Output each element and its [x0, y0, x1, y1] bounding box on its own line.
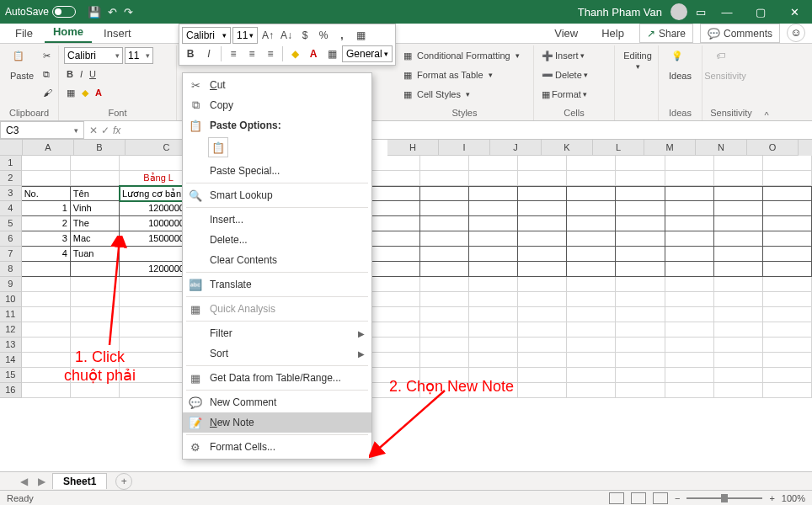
cell[interactable]: 4: [22, 247, 71, 262]
cell[interactable]: [371, 338, 420, 353]
cell[interactable]: [763, 201, 812, 216]
format-painter-icon[interactable]: 🖌: [40, 84, 55, 101]
italic-button[interactable]: I: [200, 45, 217, 62]
cell[interactable]: [71, 368, 120, 383]
currency-icon[interactable]: $: [296, 27, 313, 44]
cell[interactable]: [665, 262, 714, 277]
col-header[interactable]: J: [490, 140, 542, 156]
cell[interactable]: [420, 247, 469, 262]
font-size-combo[interactable]: 11▾: [125, 47, 153, 64]
cell[interactable]: [567, 368, 616, 383]
cell[interactable]: [469, 231, 518, 247]
delete-cells-button[interactable]: ➖ Delete ▾: [539, 66, 590, 83]
ctx-delete[interactable]: Delete...: [183, 230, 371, 250]
cell[interactable]: [665, 156, 714, 171]
sheet-nav-prev[interactable]: ◀: [17, 476, 31, 487]
cell[interactable]: [420, 383, 469, 398]
cell[interactable]: [665, 307, 714, 322]
cell[interactable]: [469, 383, 518, 398]
cell[interactable]: [616, 292, 665, 307]
cell[interactable]: [518, 156, 567, 171]
close-button[interactable]: ✕: [782, 6, 807, 19]
cell[interactable]: [371, 322, 420, 338]
cell[interactable]: [518, 231, 567, 247]
cell[interactable]: [420, 353, 469, 368]
cell[interactable]: [763, 216, 812, 231]
ctx-filter[interactable]: Filter▶: [183, 323, 371, 343]
ideas-button[interactable]: 💡Ideas: [664, 47, 697, 84]
cell[interactable]: [567, 247, 616, 262]
row-header[interactable]: 16: [0, 383, 22, 398]
cell[interactable]: [469, 247, 518, 262]
tab-view[interactable]: View: [546, 24, 586, 43]
col-header[interactable]: B: [74, 140, 126, 156]
cell[interactable]: [616, 322, 665, 338]
cell[interactable]: [371, 231, 420, 247]
cell[interactable]: [469, 216, 518, 231]
ctx-insert[interactable]: Insert...: [183, 210, 371, 230]
cell[interactable]: [714, 231, 763, 247]
cell[interactable]: [763, 353, 812, 368]
table-icon[interactable]: ▦: [352, 27, 369, 44]
zoom-out-button[interactable]: −: [675, 493, 680, 503]
normal-view-button[interactable]: [609, 492, 624, 504]
col-header[interactable]: L: [593, 140, 644, 156]
cell[interactable]: [714, 262, 763, 277]
italic-button[interactable]: I: [77, 66, 85, 82]
font-color-button[interactable]: A: [93, 84, 104, 101]
row-header[interactable]: 3: [0, 186, 22, 201]
sheet-tab[interactable]: Sheet1: [52, 473, 107, 489]
sensitivity-button[interactable]: 🏷Sensitivity: [708, 47, 743, 84]
cell[interactable]: [22, 353, 71, 368]
cell[interactable]: [420, 338, 469, 353]
page-break-view-button[interactable]: [653, 492, 668, 504]
cell[interactable]: [616, 338, 665, 353]
cell[interactable]: [665, 231, 714, 247]
cell[interactable]: [567, 171, 616, 186]
cut-icon[interactable]: ✂: [40, 47, 55, 64]
cell[interactable]: [71, 262, 120, 277]
cell[interactable]: [371, 216, 420, 231]
cell[interactable]: [518, 292, 567, 307]
cell[interactable]: [665, 338, 714, 353]
row-header[interactable]: 14: [0, 353, 22, 368]
cell[interactable]: [469, 277, 518, 292]
cell[interactable]: [518, 171, 567, 186]
cell[interactable]: [714, 216, 763, 231]
col-header[interactable]: M: [644, 140, 696, 156]
cell[interactable]: [714, 201, 763, 216]
insert-cells-button[interactable]: ➕ Insert ▾: [539, 47, 587, 64]
ctx-new-note[interactable]: 📝New Note: [183, 412, 371, 433]
align-center-icon[interactable]: ≡: [243, 45, 260, 62]
cell[interactable]: [763, 307, 812, 322]
cell[interactable]: [420, 231, 469, 247]
avatar[interactable]: [670, 3, 687, 20]
bold-button[interactable]: B: [182, 45, 199, 62]
autosave-toggle[interactable]: AutoSave: [5, 6, 76, 18]
cell[interactable]: [469, 201, 518, 216]
cell[interactable]: [22, 277, 71, 292]
cell[interactable]: [518, 201, 567, 216]
cell[interactable]: [567, 307, 616, 322]
cell[interactable]: [371, 186, 420, 201]
col-header[interactable]: N: [696, 140, 747, 156]
cell[interactable]: [469, 292, 518, 307]
cell[interactable]: [518, 277, 567, 292]
cell[interactable]: [665, 353, 714, 368]
cell[interactable]: [71, 383, 120, 398]
cell[interactable]: [71, 171, 120, 186]
zoom-in-button[interactable]: +: [769, 493, 774, 503]
cancel-formula-icon[interactable]: ✕: [89, 125, 98, 136]
cell[interactable]: The: [71, 216, 120, 231]
cell[interactable]: [518, 338, 567, 353]
name-box[interactable]: C3▾: [0, 121, 84, 139]
cell[interactable]: [518, 353, 567, 368]
cell[interactable]: [420, 307, 469, 322]
comments-button[interactable]: 💬Comments: [700, 24, 780, 43]
add-sheet-button[interactable]: +: [115, 473, 132, 490]
row-header[interactable]: 5: [0, 216, 22, 231]
row-header[interactable]: 13: [0, 338, 22, 353]
col-header[interactable]: A: [23, 140, 74, 156]
cell[interactable]: [567, 383, 616, 398]
cell[interactable]: [616, 186, 665, 201]
